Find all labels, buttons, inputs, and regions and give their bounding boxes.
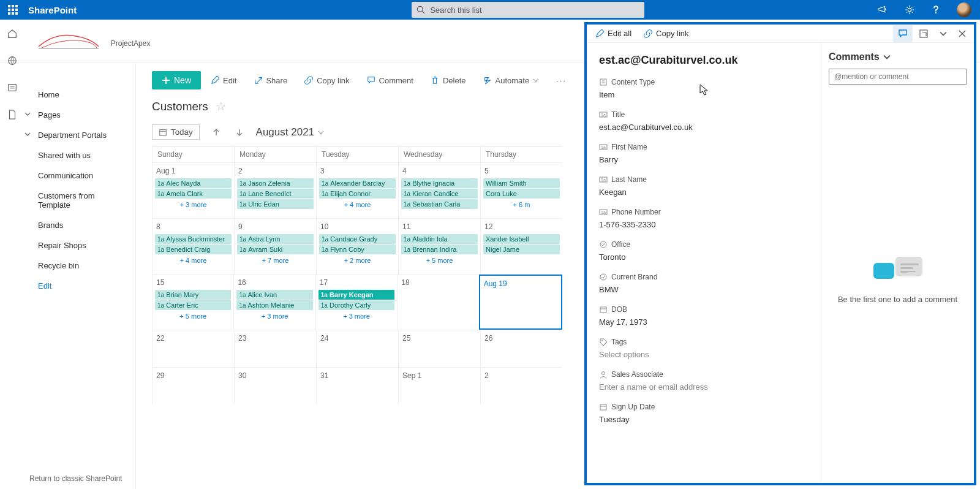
automate-button[interactable]: Automate (476, 72, 547, 89)
month-picker[interactable]: August 2021 (256, 126, 324, 138)
calendar-event[interactable]: 1aFlynn Coby (319, 245, 396, 254)
calendar-cell[interactable]: 21aJason Zelenia1aLane Benedict1aUlric E… (234, 163, 316, 218)
delete-button[interactable]: Delete (423, 72, 473, 89)
calendar-cell[interactable]: 29 (152, 368, 234, 404)
calendar-cell[interactable]: 31aAlexander Barclay1aElijah Connor+ 4 m… (316, 163, 398, 218)
more-link[interactable]: + 3 more (154, 199, 233, 210)
avatar[interactable] (957, 2, 971, 17)
more-link[interactable]: + 5 more (400, 255, 479, 266)
calendar-cell[interactable]: 161aAlice Ivan1aAshton Melanie+ 3 more (233, 275, 315, 330)
expand-icon[interactable] (914, 25, 933, 42)
field-sign-up-date[interactable]: Sign Up DateTuesday (599, 403, 809, 424)
calendar-cell[interactable]: Aug 19 (479, 275, 562, 330)
next-month-icon[interactable] (233, 126, 246, 139)
nav-edit-link[interactable]: Edit (0, 276, 135, 296)
app-launcher-icon[interactable] (0, 5, 26, 15)
field-tags[interactable]: TagsSelect options (599, 338, 809, 359)
calendar-cell[interactable]: 22 (152, 330, 234, 367)
field-dob[interactable]: DOBMay 17, 1973 (599, 305, 809, 327)
calendar-event[interactable]: 1aUlric Edan (237, 199, 314, 209)
field-first-name[interactable]: 1aFirst NameBarry (599, 143, 809, 164)
calendar-cell[interactable]: 171aBarry Keegan1aDorothy Carly+ 3 more (315, 275, 397, 330)
megaphone-icon[interactable] (877, 4, 888, 15)
suite-title[interactable]: SharePoint (26, 5, 77, 15)
copy-link-button[interactable]: Copy link (638, 26, 695, 40)
search-box[interactable]: Search this list (412, 2, 644, 18)
calendar-event[interactable]: 1aAmela Clark (155, 189, 232, 199)
comment-input[interactable] (829, 69, 967, 85)
field-current-brand[interactable]: Current BrandBMW (599, 273, 809, 294)
chevron-down-icon[interactable] (935, 26, 952, 41)
today-button[interactable]: Today (152, 124, 200, 140)
gear-icon[interactable] (904, 4, 915, 15)
nav-home[interactable]: Home (0, 85, 135, 105)
calendar-cell[interactable]: 41aBlythe Ignacia1aKieran Candice1aSebas… (398, 163, 480, 218)
calendar-cell[interactable]: 111aAladdin Iola1aBrennan Indira+ 5 more (398, 219, 480, 274)
calendar-cell[interactable]: 23 (234, 330, 316, 367)
calendar-cell[interactable]: 30 (234, 368, 316, 404)
more-link[interactable]: + 3 more (235, 311, 314, 322)
field-office[interactable]: OfficeToronto (599, 240, 809, 262)
calendar-cell[interactable]: 12Xander IsabellNigel Jame (480, 219, 562, 274)
more-link[interactable]: + 4 more (318, 199, 397, 210)
calendar-event[interactable]: 1aLane Benedict (237, 189, 314, 199)
help-icon[interactable] (931, 5, 941, 15)
calendar-event[interactable]: 1aAlyssa Buckminster (155, 234, 232, 244)
calendar-event[interactable]: Cora Luke (483, 189, 560, 199)
edit-button[interactable]: Edit (203, 72, 244, 89)
calendar-cell[interactable]: Aug 11aAlec Nayda1aAmela Clark+ 3 more (152, 163, 234, 218)
calendar-event[interactable]: 1aAlice Ivan (236, 290, 312, 300)
field-sales-associate[interactable]: Sales AssociateEnter a name or email add… (599, 370, 809, 392)
calendar-cell[interactable]: 2 (480, 368, 562, 404)
more-link[interactable]: + 4 more (154, 255, 233, 266)
calendar-event[interactable]: 1aJason Zelenia (237, 178, 314, 188)
calendar-cell[interactable]: 101aCandace Grady1aFlynn Coby+ 2 more (316, 219, 398, 274)
calendar-event[interactable]: 1aAlec Nayda (155, 178, 232, 188)
field-title[interactable]: 1aTitleest.ac@Curabiturvel.co.uk (599, 110, 809, 132)
calendar-event[interactable]: 1aAshton Melanie (236, 300, 312, 310)
nav-shared[interactable]: Shared with us (0, 145, 135, 165)
calendar-event[interactable]: 1aKieran Candice (401, 189, 478, 199)
close-icon[interactable] (953, 26, 971, 42)
calendar-event[interactable]: 1aAvram Suki (237, 245, 314, 254)
calendar-event[interactable]: 1aElijah Connor (319, 189, 396, 199)
calendar-event[interactable]: 1aCandace Grady (319, 234, 396, 244)
calendar-cell[interactable]: 31 (316, 368, 398, 404)
calendar-event[interactable]: 1aSebastian Carla (401, 199, 478, 209)
comments-header[interactable]: Comments (829, 51, 967, 63)
calendar-cell[interactable]: 5William SmithCora Luke+ 6 m (480, 163, 562, 218)
star-icon[interactable]: ☆ (216, 99, 226, 113)
nav-customers-template[interactable]: Customers from Template (0, 186, 135, 215)
nav-pages[interactable]: Pages (0, 105, 135, 125)
nav-communication[interactable]: Communication (0, 165, 135, 186)
calendar-event[interactable]: William Smith (483, 178, 560, 188)
calendar-event[interactable]: 1aAlexander Barclay (319, 178, 396, 188)
calendar-event[interactable]: 1aAstra Lynn (237, 234, 314, 244)
more-link[interactable]: + 6 m (482, 199, 561, 210)
overflow-button[interactable]: ··· (549, 72, 574, 89)
home-icon[interactable] (7, 28, 18, 39)
field-phone-number[interactable]: 1aPhone Number1-576-335-2330 (599, 208, 809, 229)
comment-button[interactable]: Comment (360, 72, 421, 89)
nav-repair-shops[interactable]: Repair Shops (0, 235, 135, 256)
field-last-name[interactable]: 1aLast NameKeegan (599, 175, 809, 197)
copylink-button[interactable]: Copy link (297, 72, 356, 89)
nav-portals[interactable]: Department Portals (0, 125, 135, 145)
calendar-cell[interactable]: 18 (397, 275, 478, 330)
calendar-cell[interactable]: 81aAlyssa Buckminster1aBenedict Craig+ 4… (152, 219, 234, 274)
more-link[interactable]: + 2 more (318, 255, 397, 266)
calendar-cell[interactable]: 151aBrian Mary1aCarter Eric+ 5 more (152, 275, 233, 330)
more-link[interactable]: + 7 more (236, 255, 315, 266)
classic-link[interactable]: Return to classic SharePoint (29, 474, 122, 483)
calendar-event[interactable]: 1aDorothy Carly (318, 300, 394, 310)
hub-link-projectapex[interactable]: ProjectApex (111, 39, 151, 48)
nav-brands[interactable]: Brands (0, 215, 135, 235)
field-content-type[interactable]: Content TypeItem (599, 78, 809, 99)
edit-all-button[interactable]: Edit all (589, 26, 638, 40)
calendar-event[interactable]: Xander Isabell (483, 234, 560, 244)
share-button[interactable]: Share (246, 72, 295, 89)
nav-recycle-bin[interactable]: Recycle bin (0, 256, 135, 276)
calendar-cell[interactable]: 26 (480, 330, 562, 367)
new-button[interactable]: New (152, 71, 201, 89)
calendar-cell[interactable]: 24 (316, 330, 398, 367)
